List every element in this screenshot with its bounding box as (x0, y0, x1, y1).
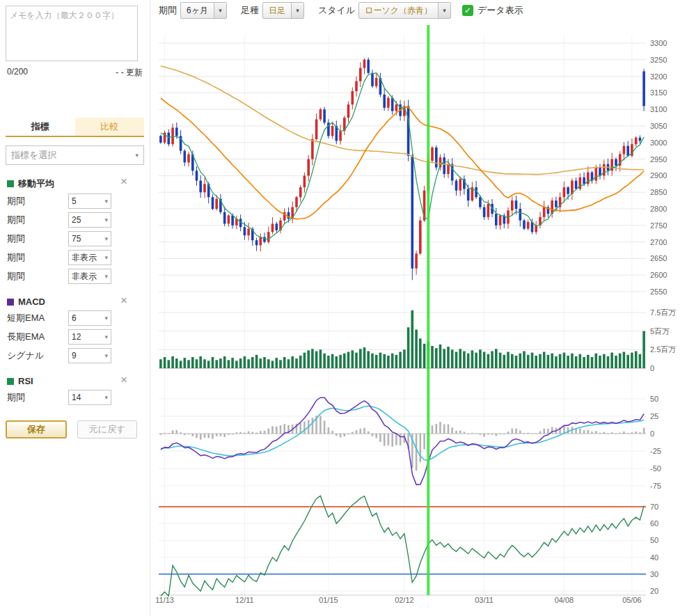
svg-text:70: 70 (650, 503, 658, 511)
memo-panel: 0/200 - - 更新 (6, 6, 144, 79)
section-moving-average: 移動平均 × (7, 177, 143, 190)
macd-slow-select[interactable]: 12 ▾ (68, 329, 111, 345)
svg-text:3050: 3050 (650, 122, 667, 130)
indicator-select-placeholder: 指標を選択 (11, 149, 56, 161)
svg-text:2800: 2800 (650, 205, 667, 213)
memo-counter: 0/200 (7, 67, 28, 79)
chevron-down-icon: ▾ (104, 273, 108, 280)
chevron-down-icon: ▾ (104, 235, 108, 242)
param-row: 期間 14 ▾ (7, 390, 143, 405)
section-title: MACD (18, 297, 45, 307)
style-select[interactable]: ローソク（赤青） ▾ (358, 2, 451, 19)
ma-period-1-select[interactable]: 5 ▾ (68, 194, 111, 209)
svg-text:2650: 2650 (650, 254, 667, 262)
bartype-label: 足種 (241, 4, 259, 17)
svg-text:3200: 3200 (650, 72, 667, 81)
svg-text:3150: 3150 (650, 88, 667, 97)
check-icon: ✓ (464, 6, 471, 15)
indicator-select[interactable]: 指標を選択 ▾ (6, 145, 144, 165)
close-icon[interactable]: × (120, 294, 127, 306)
svg-text:2950: 2950 (650, 155, 667, 164)
param-row: シグナル 9 ▾ (7, 348, 143, 363)
svg-text:03/11: 03/11 (475, 596, 493, 604)
svg-text:7.5百万: 7.5百万 (650, 308, 676, 317)
stock-chart[interactable]: 3300325032003150310030503000295029002850… (150, 21, 687, 616)
svg-text:3000: 3000 (650, 139, 667, 147)
close-icon[interactable]: × (120, 374, 127, 386)
chevron-down-icon[interactable]: ▾ (291, 3, 303, 18)
chart-toolbar: 期間 6ヶ月 ▾ 足種 日足 ▾ スタイル ローソク（赤青） ▾ ✓ データ表示 (150, 0, 687, 21)
svg-text:2900: 2900 (650, 171, 667, 180)
rsi-period-select[interactable]: 14 ▾ (68, 390, 111, 405)
svg-text:02/12: 02/12 (395, 596, 414, 604)
svg-text:25: 25 (650, 412, 658, 420)
svg-text:2.5百万: 2.5百万 (650, 345, 676, 354)
sidebar-tabs: 指標 比較 (6, 118, 144, 137)
svg-text:2750: 2750 (650, 221, 667, 230)
section-rsi: RSI × (7, 376, 143, 386)
chevron-down-icon: ▾ (104, 315, 108, 322)
memo-input[interactable] (6, 6, 138, 61)
ma-period-5-select[interactable]: 非表示 ▾ (68, 269, 111, 284)
bartype-select[interactable]: 日足 ▾ (262, 2, 304, 19)
chevron-down-icon[interactable]: ▾ (214, 3, 226, 18)
svg-text:3300: 3300 (650, 39, 667, 47)
indicator-color-swatch (7, 299, 14, 306)
macd-fast-select[interactable]: 6 ▾ (68, 310, 111, 326)
svg-text:01/15: 01/15 (319, 596, 338, 604)
param-row: 期間 5 ▾ (7, 194, 143, 209)
data-display-label: データ表示 (477, 4, 523, 17)
svg-text:-75: -75 (650, 482, 661, 490)
chevron-down-icon: ▾ (104, 216, 108, 223)
chevron-down-icon: ▾ (104, 352, 108, 359)
svg-text:30: 30 (650, 570, 658, 578)
stock-chart-app: 0/200 - - 更新 指標 比較 指標を選択 ▾ 移動平均 × 期間 5 ▾… (0, 0, 687, 616)
data-display-checkbox[interactable]: ✓ (462, 5, 473, 16)
svg-text:60: 60 (650, 519, 658, 528)
main-area: 期間 6ヶ月 ▾ 足種 日足 ▾ スタイル ローソク（赤青） ▾ ✓ データ表示… (150, 0, 687, 616)
chevron-down-icon: ▾ (104, 198, 108, 205)
indicator-color-swatch (7, 180, 14, 187)
ma-period-2-select[interactable]: 25 ▾ (68, 212, 111, 228)
save-button[interactable]: 保存 (6, 420, 67, 439)
svg-text:2850: 2850 (650, 188, 667, 196)
svg-text:04/08: 04/08 (555, 596, 574, 604)
section-title: RSI (18, 376, 33, 386)
chevron-down-icon: ▾ (104, 394, 108, 401)
param-row: 期間 75 ▾ (7, 231, 143, 246)
macd-signal-select[interactable]: 9 ▾ (68, 348, 111, 363)
svg-text:40: 40 (650, 553, 658, 562)
svg-text:-25: -25 (650, 447, 661, 455)
svg-text:5百万: 5百万 (650, 327, 670, 335)
section-title: 移動平均 (18, 177, 54, 190)
svg-text:0: 0 (650, 364, 654, 372)
chevron-down-icon: ▾ (135, 152, 139, 159)
tab-indicators[interactable]: 指標 (6, 118, 75, 136)
svg-text:50: 50 (650, 395, 658, 403)
chevron-down-icon: ▾ (104, 333, 108, 340)
svg-text:2700: 2700 (650, 238, 667, 246)
svg-text:12/11: 12/11 (235, 596, 254, 604)
svg-text:20: 20 (650, 587, 658, 595)
chevron-down-icon[interactable]: ▾ (438, 3, 450, 18)
svg-text:2600: 2600 (650, 271, 667, 279)
param-row: 期間 25 ▾ (7, 212, 143, 228)
svg-text:2550: 2550 (650, 287, 667, 296)
svg-text:0: 0 (650, 429, 654, 438)
param-row: 長期EMA 12 ▾ (7, 329, 143, 345)
period-select[interactable]: 6ヶ月 ▾ (180, 2, 227, 19)
period-label: 期間 (159, 4, 177, 17)
svg-text:3100: 3100 (650, 105, 667, 113)
param-row: 短期EMA 6 ▾ (7, 310, 143, 326)
tab-compare[interactable]: 比較 (75, 118, 145, 136)
close-icon[interactable]: × (120, 175, 127, 187)
ma-period-3-select[interactable]: 75 ▾ (68, 231, 111, 246)
ma-period-4-select[interactable]: 非表示 ▾ (68, 250, 111, 265)
svg-text:-50: -50 (650, 464, 661, 473)
memo-update-label: - - 更新 (116, 67, 143, 79)
svg-text:05/06: 05/06 (622, 596, 642, 604)
svg-text:50: 50 (650, 536, 658, 544)
svg-text:11/13: 11/13 (155, 596, 174, 604)
reset-button[interactable]: 元に戻す (77, 420, 137, 439)
param-row: 期間 非表示 ▾ (7, 269, 143, 284)
